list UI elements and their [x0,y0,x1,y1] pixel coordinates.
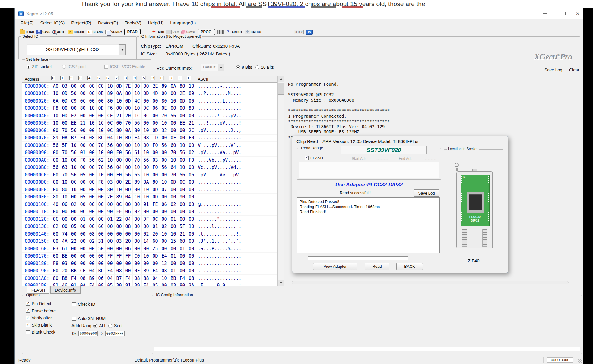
hex-byte-cell[interactable]: 00 [169,245,178,252]
hex-byte-cell[interactable]: B7 [69,135,78,142]
hex-byte-cell[interactable]: 00 [178,253,187,260]
hex-byte-cell[interactable]: 10 [142,194,151,201]
hex-byte-cell[interactable]: F0 [115,149,124,157]
hex-byte-cell[interactable]: FE [151,201,160,208]
hex-byte-cell[interactable]: 00 [151,97,160,105]
hex-byte-cell[interactable]: 06 [151,105,160,112]
hex-byte-cell[interactable]: 89 [133,179,142,186]
hex-byte-cell[interactable]: 70 [160,112,169,119]
hex-byte-cell[interactable]: 6C [97,223,106,230]
hex-byte-cell[interactable]: 80 [178,282,187,286]
hex-byte-cell[interactable]: 00 [69,260,78,267]
hex-ascii-cell[interactable]: ................ [196,275,244,282]
hex-byte-cell[interactable]: 00 [124,164,133,171]
hex-byte-cell[interactable]: 5F [178,223,187,230]
check-id-checkbox[interactable]: Check ID [72,302,95,307]
hex-ascii-cell[interactable]: . .............. [196,267,244,275]
hex-byte-cell[interactable]: 70 [60,149,69,157]
hex-ascii-cell[interactable]: ................ [196,194,244,201]
hex-byte-cell[interactable]: 05 [78,194,87,201]
hex-byte-cell[interactable]: 00 [69,216,78,223]
hex-byte-cell[interactable]: 05 [151,282,160,286]
hex-scrollbar[interactable] [277,76,284,286]
hex-byte-cell[interactable]: 00 [97,216,106,223]
back-button[interactable]: BACK [396,263,423,270]
hex-byte-cell[interactable]: 10 [51,112,60,119]
hex-byte-cell[interactable]: 0D [151,194,160,201]
hex-byte-cell[interactable]: 00 [115,260,124,267]
hex-byte-cell[interactable]: 56 [69,149,78,157]
hex-byte-cell[interactable]: 00 [87,149,97,157]
hex-byte-cell[interactable]: DF [142,216,151,223]
hex-byte-cell[interactable]: 50 [69,90,78,97]
hex-byte-cell[interactable]: 10 [133,90,142,97]
hex-byte-cell[interactable]: 00 [178,260,187,267]
hex-byte-cell[interactable]: 00 [97,97,106,105]
hex-byte-cell[interactable]: 01 [151,223,160,230]
hex-byte-cell[interactable]: 56 [124,171,133,179]
resize-grip[interactable] [578,359,582,363]
hex-byte-cell[interactable]: 70 [97,164,106,171]
hex-byte-cell[interactable]: 56 [160,164,169,171]
menu-item-tools-v[interactable]: Tools(V) [122,20,145,25]
hex-byte-cell[interactable]: 06 [97,275,106,282]
combo-dropdown-button[interactable] [119,44,126,55]
hex-byte-cell[interactable]: 00 [78,142,87,149]
hex-byte-cell[interactable]: 08 [115,267,124,275]
hex-byte-cell[interactable]: 65 [133,171,142,179]
hex-byte-cell[interactable]: 03 [60,83,69,90]
auto-sn-num-checkbox[interactable]: Auto SN_NUM [72,316,106,321]
hex-byte-cell[interactable]: DC [142,105,151,112]
hex-byte-cell[interactable]: 00 [106,260,115,267]
hex-byte-cell[interactable]: 00 [97,253,106,260]
hex-byte-cell[interactable]: 00 [87,83,97,90]
hex-byte-cell[interactable]: F4 [69,275,78,282]
hex-byte-cell[interactable]: 03 [60,260,69,267]
hex-byte-cell[interactable]: 10 [142,171,151,179]
menu-item-help-h[interactable]: Help(H) [145,20,167,25]
hex-byte-cell[interactable]: 00 [51,230,60,238]
dialog-save-log-button[interactable]: Save Log [414,189,439,197]
toolbar-blank-button[interactable]: BLANK [87,30,103,34]
hex-byte-cell[interactable]: 02 [169,201,178,208]
hex-byte-cell[interactable]: 01 [69,282,78,286]
hex-byte-cell[interactable]: 00 [133,223,142,230]
hex-ascii-cell[interactable]: ................ [196,179,244,186]
hex-byte-cell[interactable]: 89 [51,135,60,142]
option-verify-after-checkbox[interactable]: Verify after [26,315,52,320]
hex-byte-cell[interactable]: 06 [160,201,169,208]
hex-byte-cell[interactable]: 22 [69,238,78,245]
hex-byte-cell[interactable]: 0D [151,127,160,134]
hex-byte-cell[interactable]: 2E [124,179,133,186]
hex-byte-cell[interactable]: 10 [169,157,178,164]
hex-byte-cell[interactable]: 25 [151,245,160,252]
hex-byte-cell[interactable]: 04 [87,267,97,275]
toolbar-add-button[interactable]: ADD [152,30,164,34]
hex-byte-cell[interactable]: 0A [124,194,133,201]
hex-byte-cell[interactable]: 00 [69,253,78,260]
hex-byte-cell[interactable]: 00 [87,142,97,149]
menu-item-device-d[interactable]: Device(D) [95,20,122,25]
hex-byte-cell[interactable]: B9 [87,275,97,282]
flash-checkbox[interactable]: FLASH [305,156,323,160]
hex-byte-cell[interactable]: FF [106,253,115,260]
hex-byte-cell[interactable]: 00 [187,216,196,223]
hex-byte-cell[interactable]: 00 [97,260,106,267]
hex-byte-cell[interactable]: EE [178,120,187,127]
hex-byte-cell[interactable]: 06 [124,245,133,252]
hex-byte-cell[interactable]: 10 [160,230,169,238]
hex-byte-cell[interactable]: 00 [51,171,60,179]
toolbar-about-button[interactable]: ABOUT [226,30,243,34]
hex-byte-cell[interactable]: 01 [169,216,178,223]
hex-byte-cell[interactable]: 0D [151,186,160,193]
hex-byte-cell[interactable]: 10 [97,127,106,134]
hex-byte-cell[interactable]: 70 [60,171,69,179]
hex-byte-cell[interactable]: 10 [115,97,124,105]
hex-byte-cell[interactable]: 00 [106,238,115,245]
hex-byte-cell[interactable]: F8 [51,105,60,112]
hex-byte-cell[interactable]: F4 [124,275,133,282]
hex-byte-cell[interactable]: BD [97,267,106,275]
hex-byte-cell[interactable]: 00 [69,208,78,216]
hex-byte-cell[interactable]: 00 [51,149,60,157]
hex-byte-cell[interactable]: 00 [51,208,60,216]
